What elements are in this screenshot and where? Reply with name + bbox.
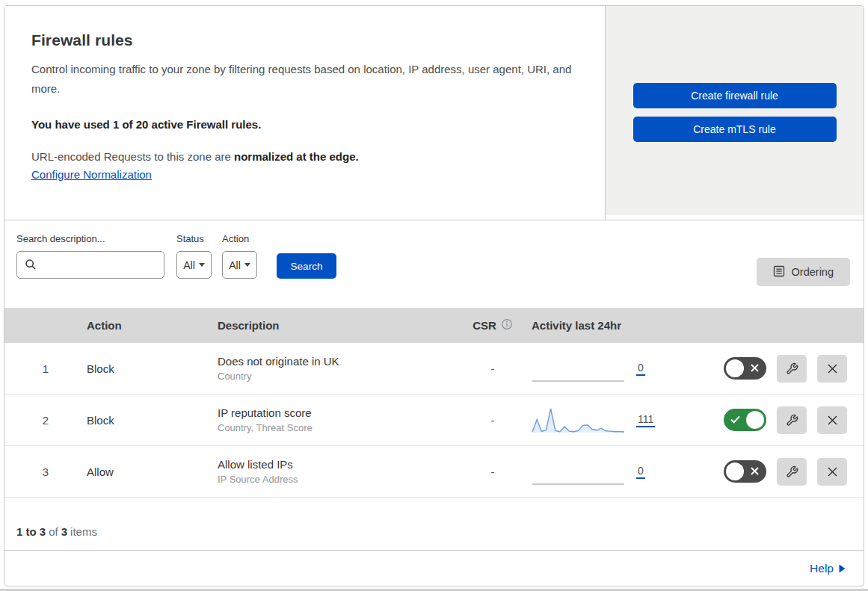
toggle-knob [726,359,744,377]
normalization-note: URL-encoded Requests to this zone are no… [31,150,575,163]
rule-controls [724,355,864,383]
table-header: Action Description CSR Activity last 24h… [4,308,864,343]
right-triangle-icon [839,564,846,573]
search-label: Search description... [16,233,164,244]
rule-action: Block [87,414,212,427]
rule-controls [724,458,864,486]
table-row: 3 Allow Allow listed IPs IP Source Addre… [4,446,864,498]
cta-panel: Create firewall rule Create mTLS rule [606,6,864,215]
rule-activity: 0 [530,457,691,486]
wrench-icon [786,465,798,478]
table-pagination-summary: 1 to 3 of 3 items [4,498,864,551]
activity-count-link[interactable]: 111 [636,413,655,427]
activity-column-header: Activity last 24hr [530,319,691,332]
pagination-total: 3 [61,525,67,538]
status-filter-label: Status [176,233,212,244]
edit-rule-button[interactable] [777,458,807,486]
rule-enabled-toggle[interactable] [724,409,766,431]
action-column-header: Action [87,319,212,332]
edit-rule-button[interactable] [777,355,807,383]
filter-bar: Search description... Status All [4,220,864,308]
rule-title: Does not originate in UK [218,355,455,368]
toggle-x-icon [750,363,760,373]
rule-description: Does not originate in UK Country [212,355,455,382]
rule-csr: - [491,465,495,478]
create-firewall-rule-button[interactable]: Create firewall rule [633,83,837,108]
rule-activity: 111 [530,405,691,435]
csr-column-header: CSR [473,318,513,332]
delete-rule-button[interactable] [817,458,847,486]
table-row: 1 Block Does not originate in UK Country… [4,343,864,394]
rule-fields: IP Source Address [218,474,455,485]
normalization-text: URL-encoded Requests to this zone are [31,150,231,163]
search-button[interactable]: Search [277,253,336,279]
chevron-down-icon [244,263,250,267]
rule-action: Allow [87,465,212,478]
firewall-rules-page: Firewall rules Control incoming traffic … [0,0,868,591]
status-filter-value: All [183,259,195,271]
activity-sparkline [532,457,625,486]
ordering-icon [773,265,785,279]
activity-sparkline [532,353,625,383]
csr-column-label: CSR [473,319,496,332]
action-filter-label: Action [222,233,257,244]
intro-panel: Firewall rules Control incoming traffic … [4,6,606,220]
rule-fields: Country, Threat Score [218,422,455,433]
help-link-label: Help [810,562,834,575]
ordering-button[interactable]: Ordering [757,258,850,286]
action-filter-select[interactable]: All [222,251,257,279]
rule-action: Block [87,362,212,375]
activity-count-link[interactable]: 0 [636,362,645,376]
page-title: Firewall rules [31,31,575,49]
toggle-knob [746,411,764,429]
help-bar: Help [4,551,864,586]
rule-description: IP reputation score Country, Threat Scor… [212,406,455,433]
info-icon[interactable] [501,318,513,332]
search-icon [25,259,37,273]
usage-note: You have used 1 of 20 active Firewall ru… [31,118,575,131]
close-icon [827,415,838,426]
ordering-button-label: Ordering [792,266,834,278]
rule-title: Allow listed IPs [218,458,455,471]
pagination-range: 1 to 3 [16,525,46,538]
normalization-emphasis: normalized at the edge. [234,150,359,163]
pagination-of: of [49,525,58,538]
help-link[interactable]: Help [810,562,846,575]
close-icon [827,363,838,374]
top-section: Firewall rules Control incoming traffic … [4,6,864,220]
delete-rule-button[interactable] [817,406,847,434]
search-input[interactable] [16,251,164,279]
configure-normalization-link[interactable]: Configure Normalization [31,168,152,181]
rule-enabled-toggle[interactable] [724,460,766,483]
activity-sparkline [532,405,625,435]
wrench-icon [786,362,798,375]
rule-priority: 3 [43,465,49,478]
rule-priority: 1 [43,362,49,375]
rule-description: Allow listed IPs IP Source Address [212,458,455,485]
status-filter-select[interactable]: All [176,251,212,279]
firewall-rules-card: Firewall rules Control incoming traffic … [4,5,864,587]
toggle-knob [726,462,744,480]
activity-count-link[interactable]: 0 [636,465,645,479]
rule-activity: 0 [530,353,691,383]
rule-priority: 2 [43,414,49,427]
wrench-icon [786,414,798,427]
action-filter-value: All [229,259,241,271]
page-description: Control incoming traffic to your zone by… [31,60,575,99]
pagination-items-label: items [70,525,97,538]
rule-csr: - [491,362,495,375]
rule-csr: - [491,414,495,427]
description-column-header: Description [212,319,455,332]
chevron-down-icon [199,263,205,267]
rule-fields: Country [218,371,455,382]
toggle-check-icon [730,415,740,424]
rule-controls [724,406,864,434]
rule-title: IP reputation score [218,406,455,419]
close-icon [827,466,838,477]
delete-rule-button[interactable] [817,355,847,383]
toggle-x-icon [750,466,760,476]
rule-enabled-toggle[interactable] [724,357,766,380]
table-row: 2 Block IP reputation score Country, Thr… [4,394,864,446]
create-mtls-rule-button[interactable]: Create mTLS rule [633,117,837,142]
edit-rule-button[interactable] [777,406,807,434]
